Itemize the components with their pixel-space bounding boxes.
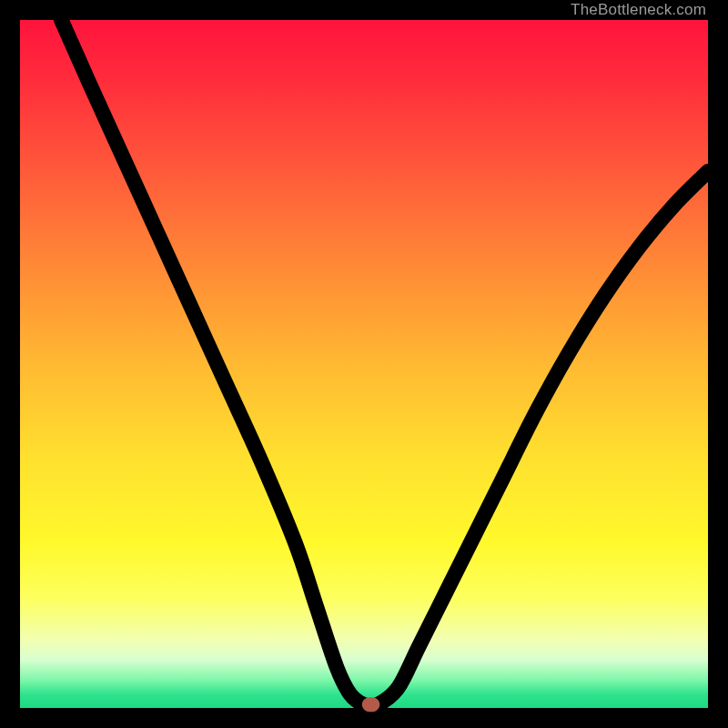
- watermark-text: TheBottleneck.com: [571, 0, 706, 20]
- optimal-point-marker: [366, 701, 377, 708]
- bottleneck-curve: [61, 20, 708, 706]
- chart-frame: TheBottleneck.com: [0, 0, 728, 728]
- chart-plot-area: [20, 20, 708, 708]
